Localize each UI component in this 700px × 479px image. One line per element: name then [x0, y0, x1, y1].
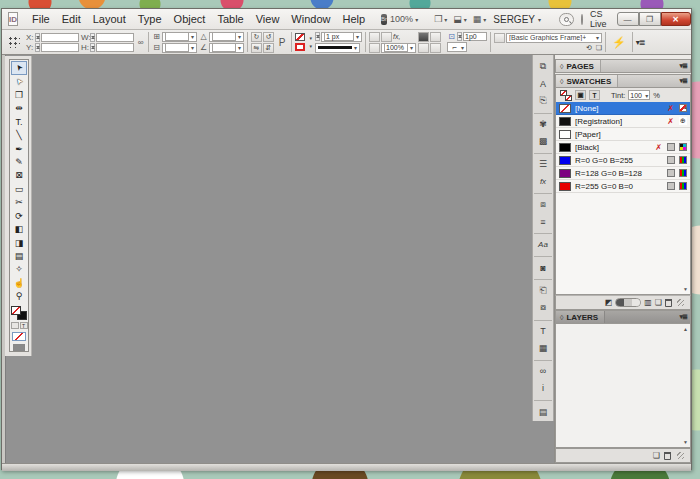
fx-menu[interactable]: fx,	[393, 33, 400, 40]
delete-swatch-button[interactable]	[665, 299, 672, 307]
pencil-tool[interactable]: ✎	[11, 155, 27, 168]
cs-live-label[interactable]: CS Live	[590, 9, 607, 29]
menu-type[interactable]: Type	[132, 11, 168, 27]
swatch-row-blue[interactable]: R=0 G=0 B=255	[556, 154, 690, 167]
swatch-row-purple[interactable]: R=128 G=0 B=128	[556, 167, 690, 180]
chevron-down-icon[interactable]: ▾	[410, 44, 413, 51]
swatch-row-paper[interactable]: [Paper]	[556, 128, 690, 141]
wrap-none-button[interactable]	[418, 43, 429, 53]
wrap-bounding-button[interactable]	[430, 43, 441, 53]
fill-stroke-swatches[interactable]: ▾ ▾	[295, 32, 313, 52]
constrain-proportions-icon[interactable]: ∞	[136, 38, 145, 47]
screen-mode-button[interactable]: ⬓ ▾	[450, 13, 470, 25]
stroke-panel-icon[interactable]: ✾	[534, 116, 552, 131]
scroll-down-arrow[interactable]: ▼	[683, 439, 688, 445]
line-tool[interactable]: ╲	[11, 128, 27, 141]
delete-layer-button[interactable]	[664, 452, 671, 460]
gradient-swatch-tool[interactable]: ◧	[11, 222, 27, 235]
formatting-affects-text-button[interactable]: T	[20, 322, 28, 329]
height-field[interactable]	[96, 43, 134, 52]
stroke-weight-stepper[interactable]	[315, 32, 320, 41]
chevron-down-icon[interactable]: ▾	[191, 33, 194, 40]
character-styles-panel-icon[interactable]: A	[534, 76, 552, 91]
swatches-panel-header[interactable]: ◊SWATCHES ▾≣	[555, 74, 691, 88]
stroke-type-combo[interactable]: ▾	[315, 43, 360, 53]
color-panel-icon[interactable]: ☰	[534, 157, 552, 172]
fill-stroke-proxy[interactable]	[11, 306, 27, 320]
rotation-field[interactable]	[212, 32, 236, 41]
x-stepper[interactable]	[35, 33, 40, 42]
transform-panel-icon[interactable]: ⧇	[534, 300, 552, 315]
gap-tool[interactable]: ⇹	[11, 102, 27, 115]
corner-size-stepper[interactable]	[457, 32, 462, 41]
swatch-row-none[interactable]: [None] ✗	[556, 102, 690, 115]
pages-alt-panel-icon[interactable]: ⎗	[534, 283, 552, 298]
cs-live-sphere-icon[interactable]	[581, 14, 583, 25]
scroll-down-arrow[interactable]: ▼	[683, 286, 688, 292]
hyperlinks-panel-icon[interactable]: ∞	[534, 364, 552, 379]
x-field[interactable]	[41, 33, 79, 42]
links-panel-icon[interactable]: ⎘	[534, 93, 552, 108]
width-field[interactable]	[96, 33, 134, 42]
info-panel-icon[interactable]: i	[534, 381, 552, 396]
shear-field[interactable]	[212, 43, 236, 52]
align-panel-icon[interactable]: ≡	[534, 214, 552, 229]
object-style-combo[interactable]: [Basic Graphics Frame]+ ▾	[506, 33, 602, 43]
selection-tool[interactable]: ➤	[11, 61, 27, 75]
stroke-swatch-red[interactable]	[295, 43, 305, 51]
pages-panel-icon[interactable]: ⧉	[534, 59, 552, 74]
rectangle-tool[interactable]: ▭	[11, 182, 27, 195]
swatches-panel-menu-icon[interactable]: ▾≣	[680, 77, 690, 85]
y-field[interactable]	[41, 43, 79, 52]
h-stepper[interactable]	[90, 43, 95, 52]
document-canvas[interactable]	[5, 55, 554, 463]
formatting-affects-container-button[interactable]	[11, 322, 19, 329]
effects-button[interactable]	[369, 43, 380, 53]
object-styles-panel-icon[interactable]: ⧈	[534, 197, 552, 212]
show-gradient-swatches-button[interactable]: ▥	[644, 298, 652, 307]
formatting-affects-text-button[interactable]: T	[589, 90, 600, 100]
close-button[interactable]: ✕	[661, 12, 691, 26]
stroke-weight-field[interactable]: 1 px	[324, 32, 354, 41]
workspace-switcher[interactable]: SERGEY ▾	[489, 14, 545, 25]
character-panel-icon[interactable]: T	[534, 323, 552, 338]
search-input[interactable]	[559, 13, 574, 26]
apply-none-button[interactable]	[12, 332, 26, 340]
menu-help[interactable]: Help	[336, 11, 371, 27]
swatch-row-registration[interactable]: [Registration] ✗ ⊕	[556, 115, 690, 128]
free-transform-tool[interactable]: ⟳	[11, 209, 27, 222]
new-swatch-button[interactable]: ❏	[655, 298, 662, 307]
zoom-level-combo[interactable]: 100% ▾	[387, 13, 421, 25]
menu-file[interactable]: File	[26, 11, 56, 27]
opacity-field[interactable]: 100%	[384, 43, 408, 52]
quick-apply-button[interactable]: ⚡	[606, 36, 632, 49]
clear-overrides-button[interactable]: ⟲	[586, 44, 592, 52]
show-all-swatches-button[interactable]: ◩	[605, 298, 613, 307]
effects-panel-icon[interactable]: fx	[534, 174, 552, 189]
transparency-button[interactable]	[430, 32, 441, 42]
chevron-down-icon[interactable]: ▾	[356, 33, 359, 40]
direct-selection-tool[interactable]: ➤	[11, 75, 27, 88]
scripts-panel-icon[interactable]: ▤	[534, 404, 552, 419]
eyedropper-tool[interactable]: ✧	[11, 263, 27, 276]
gradient-feather-tool[interactable]: ◨	[11, 236, 27, 249]
corner-size-field[interactable]: 1p0	[463, 32, 487, 41]
restore-button[interactable]: ❐	[639, 12, 661, 26]
rotate-ccw-button[interactable]: ↺	[263, 32, 274, 42]
menu-edit[interactable]: Edit	[56, 11, 87, 27]
new-layer-button[interactable]: ❏	[653, 451, 660, 460]
scroll-up-arrow[interactable]: ▲	[683, 326, 688, 332]
scroll-up-arrow[interactable]: ▲	[683, 104, 688, 110]
chevron-down-icon[interactable]: ▾	[191, 44, 194, 51]
corner-shape-combo[interactable]: ⌐▾	[447, 42, 467, 52]
swatch-view-toggle[interactable]	[615, 298, 641, 307]
fill-swatch-none[interactable]	[295, 33, 305, 41]
drop-shadow-button[interactable]	[418, 32, 429, 42]
pages-panel-menu-icon[interactable]: ▾≣	[680, 62, 690, 70]
zoom-tool[interactable]: ⚲	[11, 290, 27, 303]
gradient-panel-icon[interactable]: ▩	[534, 134, 552, 149]
w-stepper[interactable]	[90, 33, 95, 42]
minimize-button[interactable]: —	[617, 12, 639, 26]
layers-list[interactable]: ▲ ▼	[555, 324, 691, 448]
chevron-down-icon[interactable]: ▾	[238, 33, 241, 40]
